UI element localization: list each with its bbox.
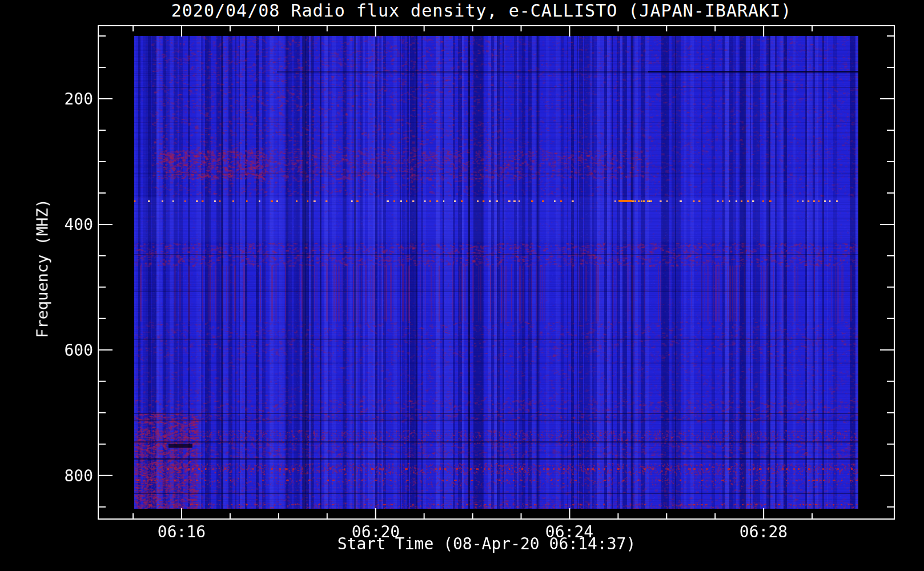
x-tick-label-0628: 06:28 bbox=[740, 522, 788, 541]
y-axis-title: Frequency (MHZ) bbox=[34, 199, 51, 338]
y-tick-label-200: 200 bbox=[34, 90, 93, 108]
y-tick-label-600: 600 bbox=[34, 341, 93, 360]
x-axis-title: Start Time (08-Apr-20 06:14:37) bbox=[338, 534, 636, 553]
chart-title: 2020/04/08 Radio flux density, e-CALLIST… bbox=[171, 1, 792, 21]
x-tick-label-0616: 06:16 bbox=[158, 522, 206, 541]
spectrogram-canvas bbox=[134, 36, 858, 509]
spectrogram-figure: 2020/04/08 Radio flux density, e-CALLIST… bbox=[0, 0, 924, 571]
y-tick-label-800: 800 bbox=[34, 467, 93, 485]
